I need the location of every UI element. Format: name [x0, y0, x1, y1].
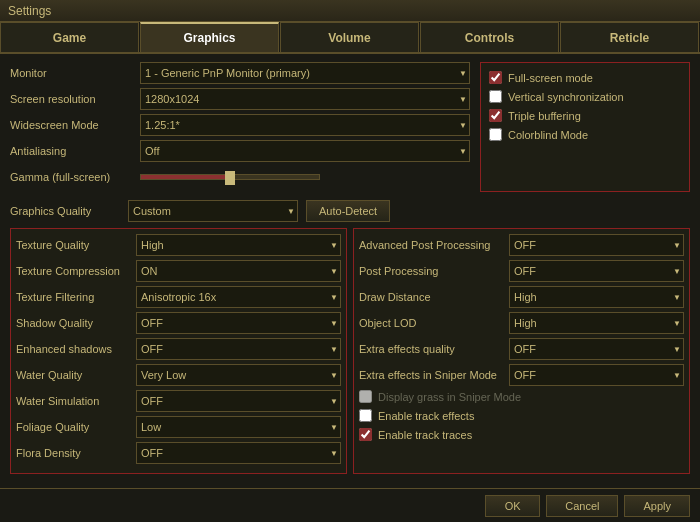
right-quality-label-3: Object LOD [359, 317, 509, 329]
left-quality-row-8: Flora Density OFF [16, 442, 341, 464]
graphics-quality-select[interactable]: Custom [128, 200, 298, 222]
left-quality-label-5: Water Quality [16, 369, 136, 381]
left-quality-select-4[interactable]: OFF [136, 338, 341, 360]
vsync-label[interactable]: Vertical synchronization [508, 91, 624, 103]
widescreen-row: Widescreen Mode 1.25:1* [10, 114, 470, 136]
antialiasing-select[interactable]: Off [140, 140, 470, 162]
right-quality-select-3[interactable]: High [509, 312, 684, 334]
gamma-row: Gamma (full-screen) [10, 166, 470, 188]
resolution-select[interactable]: 1280x1024 [140, 88, 470, 110]
fullscreen-checkbox[interactable] [489, 71, 502, 84]
right-cb-label-1[interactable]: Enable track effects [378, 410, 474, 422]
tab-reticle[interactable]: Reticle [560, 22, 699, 52]
left-quality-row-7: Foliage Quality Low [16, 416, 341, 438]
right-cb-row-2: Enable track traces [359, 428, 684, 441]
right-cb-row-0: Display grass in Sniper Mode [359, 390, 684, 403]
left-quality-label-2: Texture Filtering [16, 291, 136, 303]
right-cb-2[interactable] [359, 428, 372, 441]
right-quality-label-4: Extra effects quality [359, 343, 509, 355]
antialiasing-dropdown-wrapper[interactable]: Off [140, 140, 470, 162]
antialiasing-row: Antialiasing Off [10, 140, 470, 162]
left-quality-select-3[interactable]: OFF [136, 312, 341, 334]
colorblind-label[interactable]: Colorblind Mode [508, 129, 588, 141]
right-checkboxes-panel: Full-screen mode Vertical synchronizatio… [480, 62, 690, 192]
triple-buffering-checkbox[interactable] [489, 109, 502, 122]
left-quality-dropdown-wrapper-3[interactable]: OFF [136, 312, 341, 334]
monitor-select[interactable]: 1 - Generic PnP Monitor (primary) [140, 62, 470, 84]
left-quality-dropdown-wrapper-1[interactable]: ON [136, 260, 341, 282]
gamma-label: Gamma (full-screen) [10, 171, 140, 183]
bottom-bar: OK Cancel Apply [0, 488, 700, 522]
resolution-dropdown-wrapper[interactable]: 1280x1024 [140, 88, 470, 110]
left-quality-select-2[interactable]: Anisotropic 16x [136, 286, 341, 308]
monitor-label: Monitor [10, 67, 140, 79]
vsync-checkbox[interactable] [489, 90, 502, 103]
right-quality-dropdown-wrapper-5[interactable]: OFF [509, 364, 684, 386]
left-quality-select-8[interactable]: OFF [136, 442, 341, 464]
left-quality-select-0[interactable]: High [136, 234, 341, 256]
left-quality-dropdown-wrapper-2[interactable]: Anisotropic 16x [136, 286, 341, 308]
right-quality-row-4: Extra effects quality OFF [359, 338, 684, 360]
right-quality-select-1[interactable]: OFF [509, 260, 684, 282]
left-quality-label-6: Water Simulation [16, 395, 136, 407]
right-cb-1[interactable] [359, 409, 372, 422]
widescreen-select[interactable]: 1.25:1* [140, 114, 470, 136]
gamma-slider[interactable] [140, 174, 470, 180]
right-quality-row-2: Draw Distance High [359, 286, 684, 308]
right-quality-dropdown-wrapper-0[interactable]: OFF [509, 234, 684, 256]
right-quality-col: Advanced Post Processing OFF Post Proces… [353, 228, 690, 474]
right-quality-select-2[interactable]: High [509, 286, 684, 308]
colorblind-checkbox[interactable] [489, 128, 502, 141]
left-quality-select-6[interactable]: OFF [136, 390, 341, 412]
right-quality-row-1: Post Processing OFF [359, 260, 684, 282]
left-quality-label-7: Foliage Quality [16, 421, 136, 433]
left-quality-select-7[interactable]: Low [136, 416, 341, 438]
right-quality-label-2: Draw Distance [359, 291, 509, 303]
triple-buffering-row: Triple buffering [489, 109, 681, 122]
right-quality-select-4[interactable]: OFF [509, 338, 684, 360]
left-quality-label-8: Flora Density [16, 447, 136, 459]
graphics-quality-dropdown-wrapper[interactable]: Custom [128, 200, 298, 222]
left-quality-row-5: Water Quality Very Low [16, 364, 341, 386]
right-cb-row-1: Enable track effects [359, 409, 684, 422]
auto-detect-button[interactable]: Auto-Detect [306, 200, 390, 222]
left-quality-dropdown-wrapper-7[interactable]: Low [136, 416, 341, 438]
tab-game[interactable]: Game [0, 22, 139, 52]
fullscreen-label[interactable]: Full-screen mode [508, 72, 593, 84]
left-quality-select-1[interactable]: ON [136, 260, 341, 282]
cancel-button[interactable]: Cancel [546, 495, 618, 517]
right-quality-dropdown-wrapper-2[interactable]: High [509, 286, 684, 308]
left-quality-dropdown-wrapper-4[interactable]: OFF [136, 338, 341, 360]
right-quality-row-0: Advanced Post Processing OFF [359, 234, 684, 256]
left-quality-dropdown-wrapper-6[interactable]: OFF [136, 390, 341, 412]
graphics-quality-label: Graphics Quality [10, 205, 120, 217]
left-quality-row-1: Texture Compression ON [16, 260, 341, 282]
right-cb-0 [359, 390, 372, 403]
left-quality-dropdown-wrapper-0[interactable]: High [136, 234, 341, 256]
right-quality-select-5[interactable]: OFF [509, 364, 684, 386]
content-area: Monitor 1 - Generic PnP Monitor (primary… [0, 54, 700, 488]
left-quality-label-1: Texture Compression [16, 265, 136, 277]
tab-controls[interactable]: Controls [420, 22, 559, 52]
triple-buffering-label[interactable]: Triple buffering [508, 110, 581, 122]
monitor-dropdown-wrapper[interactable]: 1 - Generic PnP Monitor (primary) [140, 62, 470, 84]
right-quality-select-0[interactable]: OFF [509, 234, 684, 256]
tab-volume[interactable]: Volume [280, 22, 419, 52]
tab-graphics[interactable]: Graphics [140, 22, 279, 52]
left-quality-label-0: Texture Quality [16, 239, 136, 251]
left-quality-dropdown-wrapper-5[interactable]: Very Low [136, 364, 341, 386]
left-quality-dropdown-wrapper-8[interactable]: OFF [136, 442, 341, 464]
right-quality-dropdown-wrapper-1[interactable]: OFF [509, 260, 684, 282]
left-quality-row-6: Water Simulation OFF [16, 390, 341, 412]
right-cb-label-0: Display grass in Sniper Mode [378, 391, 521, 403]
left-quality-select-5[interactable]: Very Low [136, 364, 341, 386]
apply-button[interactable]: Apply [624, 495, 690, 517]
ok-button[interactable]: OK [485, 495, 540, 517]
right-cb-label-2[interactable]: Enable track traces [378, 429, 472, 441]
right-quality-row-5: Extra effects in Sniper Mode OFF [359, 364, 684, 386]
right-quality-dropdown-wrapper-3[interactable]: High [509, 312, 684, 334]
fullscreen-row: Full-screen mode [489, 71, 681, 84]
left-quality-row-2: Texture Filtering Anisotropic 16x [16, 286, 341, 308]
widescreen-dropdown-wrapper[interactable]: 1.25:1* [140, 114, 470, 136]
right-quality-dropdown-wrapper-4[interactable]: OFF [509, 338, 684, 360]
